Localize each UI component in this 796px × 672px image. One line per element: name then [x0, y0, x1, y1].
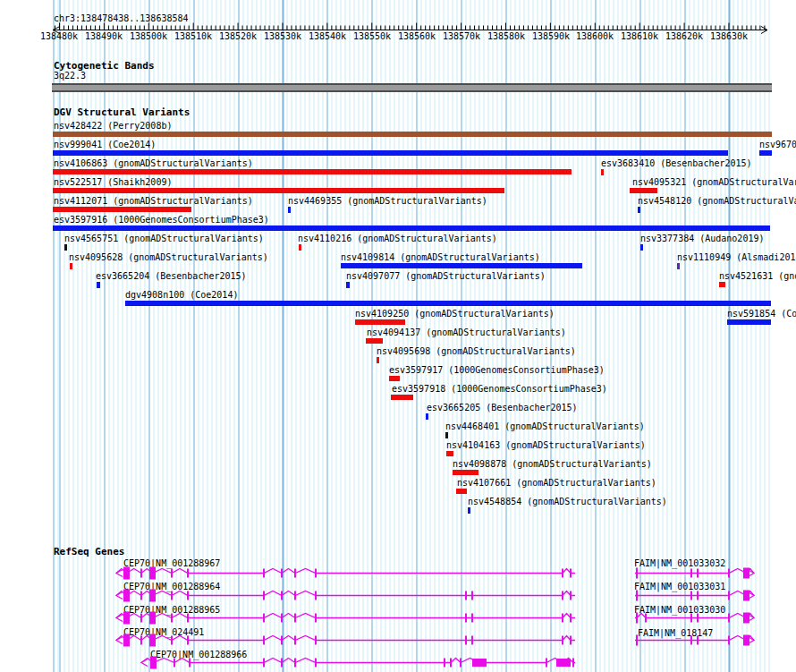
gene-exon [465, 636, 467, 645]
gene-exon [572, 659, 574, 668]
gene-exon [562, 569, 563, 578]
gene-exon [546, 659, 547, 668]
gene-exon [697, 614, 699, 623]
gene-exon [562, 636, 563, 645]
gene-exon [150, 657, 157, 669]
gene-exon [471, 591, 473, 600]
gene-exon [743, 635, 749, 646]
gene-exon [263, 659, 265, 668]
gene-exon [294, 591, 296, 600]
gene-exon [189, 659, 191, 668]
gene-exon [690, 591, 692, 600]
gene-exon [697, 636, 699, 645]
gene-exon [743, 591, 749, 601]
gene-exon [315, 569, 317, 578]
gene-exon [460, 659, 462, 668]
gene-exon [690, 614, 692, 623]
gene-exon [697, 569, 699, 578]
gene-exon [171, 569, 173, 578]
refseq-gene[interactable] [635, 613, 754, 624]
gene-exon [140, 569, 142, 578]
gene-exon [140, 636, 142, 645]
gene-exon [281, 614, 283, 623]
gene-exon [556, 659, 571, 667]
gene-exon [697, 591, 699, 600]
gene-exon [187, 614, 189, 623]
gene-exon [149, 590, 156, 602]
refseq-gene-models [0, 0, 796, 672]
gene-exon [728, 614, 730, 623]
gene-exon [636, 591, 638, 601]
gene-exon [281, 591, 283, 600]
gene-exon [315, 659, 317, 668]
gene-exon [690, 569, 692, 578]
gene-exon [187, 569, 189, 578]
gene-exon [465, 591, 467, 600]
gene-exon [570, 591, 572, 600]
gene-exon [123, 612, 130, 625]
gene-exon [294, 659, 296, 668]
refseq-gene[interactable] [116, 612, 575, 625]
gene-exon [281, 569, 283, 578]
refseq-gene[interactable] [116, 634, 575, 647]
gene-exon [187, 636, 189, 645]
refseq-gene[interactable] [635, 635, 754, 646]
gene-exon [149, 567, 156, 580]
gene-exon [294, 569, 296, 578]
gene-exon [171, 591, 173, 600]
gene-exon [263, 569, 265, 578]
gene-exon [315, 614, 317, 623]
gene-exon [743, 613, 749, 624]
gene-exon [123, 590, 130, 602]
refseq-gene[interactable] [635, 591, 754, 601]
gene-exon [728, 636, 730, 645]
gene-exon [743, 568, 749, 579]
gene-exon [263, 636, 265, 645]
gene-exon [728, 569, 730, 578]
gene-exon [471, 636, 473, 645]
gene-exon [645, 614, 647, 623]
gene-exon [281, 659, 283, 668]
refseq-gene[interactable] [116, 567, 575, 580]
gene-exon [570, 569, 572, 578]
gene-exon [123, 634, 130, 647]
gene-exon [149, 634, 156, 647]
gene-exon [149, 612, 156, 625]
refseq-gene[interactable] [635, 568, 754, 579]
gene-exon [471, 614, 473, 623]
genome-browser-view: chr3:138478438..138638584 138480k138490k… [0, 0, 796, 672]
gene-exon [690, 636, 692, 645]
gene-exon [728, 591, 730, 600]
gene-exon [636, 635, 638, 646]
gene-exon [187, 591, 189, 600]
gene-exon [315, 591, 317, 600]
gene-exon [171, 636, 173, 645]
gene-exon [636, 568, 638, 579]
gene-exon [281, 636, 283, 645]
gene-exon [562, 614, 563, 623]
gene-exon [570, 614, 572, 623]
gene-exon [171, 614, 173, 623]
gene-exon [570, 636, 572, 645]
gene-exon [174, 659, 175, 668]
gene-exon [294, 636, 296, 645]
gene-exon [140, 591, 142, 600]
gene-exon [465, 614, 467, 623]
gene-exon [263, 591, 265, 600]
gene-exon [444, 659, 445, 668]
gene-exon [140, 614, 142, 623]
gene-exon [315, 636, 317, 645]
gene-exon [562, 591, 563, 600]
refseq-gene[interactable] [116, 590, 575, 602]
refseq-gene[interactable] [141, 657, 575, 669]
gene-exon [294, 614, 296, 623]
gene-exon [472, 659, 487, 667]
gene-exon [263, 614, 265, 623]
gene-exon [450, 659, 452, 668]
gene-exon [636, 613, 638, 624]
gene-exon [123, 567, 130, 580]
